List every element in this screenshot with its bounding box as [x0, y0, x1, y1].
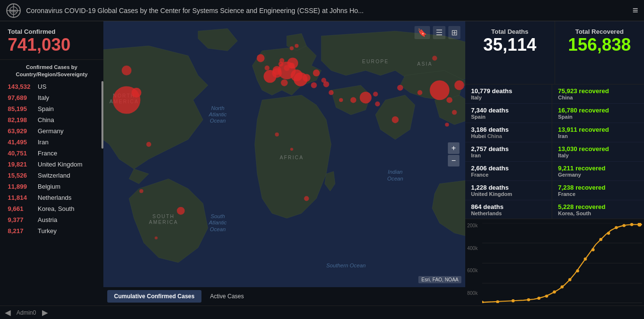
- menu-icon[interactable]: ≡: [632, 5, 638, 16]
- svg-point-98: [637, 223, 642, 226]
- tab-active[interactable]: Active Cases: [203, 290, 251, 303]
- svg-text:ASIA: ASIA: [417, 61, 432, 67]
- footer-username: Admin0: [16, 309, 36, 316]
- recovered-panel: Total Recovered 156,838: [555, 21, 644, 84]
- total-confirmed-section: Total Confirmed 741,030: [0, 21, 103, 60]
- list-item: 10,779 deaths Italy: [465, 84, 552, 104]
- svg-point-47: [146, 142, 151, 147]
- svg-point-90: [576, 269, 579, 272]
- svg-point-87: [553, 291, 556, 293]
- country-list[interactable]: 143,532 US 97,689 Italy 85,195 Spain 82,…: [0, 81, 103, 305]
- map-tabs: Cumulative Confirmed Cases Active Cases: [103, 287, 465, 305]
- zoom-out-button[interactable]: −: [448, 155, 459, 166]
- svg-point-48: [281, 79, 287, 86]
- footer-right-arrow[interactable]: ▶: [42, 308, 48, 317]
- svg-point-55: [373, 92, 378, 97]
- list-item: 5,228 recovered Korea, South: [552, 200, 644, 219]
- svg-point-84: [527, 298, 530, 301]
- list-item: 3,186 deaths Hubei China: [465, 123, 552, 142]
- svg-point-95: [615, 226, 617, 229]
- list-item: 864 deaths Netherlands: [465, 200, 552, 219]
- svg-point-92: [591, 248, 594, 251]
- svg-point-69: [375, 101, 380, 106]
- list-item[interactable]: 11,899 Belgium: [0, 181, 103, 192]
- app-logo: JHU: [6, 3, 21, 18]
- list-item[interactable]: 41,495 Iran: [0, 137, 103, 148]
- left-panel: Total Confirmed 741,030 Confirmed Cases …: [0, 21, 103, 305]
- list-item[interactable]: 63,929 Germany: [0, 125, 103, 137]
- list-item[interactable]: 11,814 Netherlands: [0, 192, 103, 203]
- list-item: 16,780 recovered Spain: [552, 104, 644, 123]
- svg-point-73: [140, 189, 143, 193]
- header: JHU Coronavirus COVID-19 Global Cases by…: [0, 0, 644, 21]
- svg-point-91: [584, 258, 587, 261]
- deaths-number: 35,114: [473, 35, 547, 55]
- list-item[interactable]: 9,377 Austria: [0, 214, 103, 225]
- svg-point-96: [622, 224, 625, 227]
- svg-point-51: [452, 110, 457, 115]
- world-map: North Atlantic Ocean South Atlantic Ocea…: [103, 21, 465, 287]
- svg-point-46: [417, 90, 422, 95]
- svg-text:AMERICA: AMERICA: [149, 220, 178, 225]
- svg-point-61: [272, 66, 281, 75]
- list-item: 1,228 deaths United Kingdom: [465, 181, 552, 200]
- recovered-number: 156,838: [563, 35, 637, 55]
- svg-point-88: [560, 285, 563, 288]
- grid-toolbar-button[interactable]: ⊞: [448, 26, 460, 39]
- list-item[interactable]: 19,821 United Kingdom: [0, 159, 103, 170]
- svg-text:North: North: [211, 105, 224, 111]
- deaths-panel: Total Deaths 35,114: [465, 21, 555, 84]
- svg-text:Ocean: Ocean: [387, 176, 403, 181]
- zoom-in-button[interactable]: +: [448, 142, 459, 154]
- deaths-list: 10,779 deaths Italy 7,340 deaths Spain 3…: [465, 84, 552, 219]
- center-area: North Atlantic Ocean South Atlantic Ocea…: [103, 21, 465, 305]
- svg-text:Southern Ocean: Southern Ocean: [326, 263, 366, 268]
- svg-point-31: [360, 92, 372, 103]
- svg-point-33: [294, 72, 308, 86]
- svg-point-59: [131, 88, 141, 97]
- footer-bar: ◀ Admin0 ▶: [0, 305, 644, 319]
- svg-point-42: [265, 66, 270, 70]
- svg-point-27: [313, 69, 320, 76]
- svg-point-60: [257, 54, 264, 62]
- list-item[interactable]: 85,195 Spain: [0, 103, 103, 114]
- footer-left-arrow[interactable]: ◀: [5, 308, 11, 317]
- country-list-header: Confirmed Cases by Country/Region/Sovere…: [0, 60, 103, 82]
- map-toolbar: 🔖 ☰ ⊞: [415, 26, 460, 39]
- bookmark-toolbar-button[interactable]: 🔖: [415, 26, 430, 39]
- tab-cumulative[interactable]: Cumulative Confirmed Cases: [107, 290, 201, 303]
- svg-point-54: [350, 97, 356, 103]
- list-item: 13,911 recovered Iran: [552, 123, 644, 142]
- list-item[interactable]: 143,532 US: [0, 81, 103, 92]
- list-item[interactable]: 97,689 Italy: [0, 92, 103, 103]
- svg-point-38: [177, 207, 185, 215]
- recovered-label: Total Recovered: [563, 28, 637, 35]
- total-confirmed-label: Total Confirmed: [8, 28, 96, 35]
- map-container[interactable]: North Atlantic Ocean South Atlantic Ocea…: [103, 21, 465, 287]
- list-item[interactable]: 15,526 Switzerland: [0, 170, 103, 181]
- svg-point-62: [284, 65, 289, 71]
- list-item[interactable]: 8,217 Turkey: [0, 225, 103, 236]
- svg-point-89: [568, 278, 571, 281]
- list-item[interactable]: 9,661 Korea, South: [0, 203, 103, 214]
- svg-point-94: [607, 232, 610, 235]
- list-item: 2,757 deaths Iran: [465, 142, 552, 162]
- map-zoom-controls: + −: [448, 142, 459, 166]
- svg-point-64: [279, 58, 284, 63]
- svg-text:SOUTH: SOUTH: [153, 214, 175, 219]
- list-item: 13,030 recovered Italy: [552, 142, 644, 162]
- list-item: 7,340 deaths Spain: [465, 104, 552, 123]
- svg-point-41: [339, 98, 343, 102]
- right-panel: Total Deaths 35,114 Total Recovered 156,…: [465, 21, 644, 305]
- svg-text:EUROPE: EUROPE: [362, 59, 389, 64]
- main-content: Total Confirmed 741,030 Confirmed Cases …: [0, 21, 644, 305]
- svg-point-85: [537, 297, 540, 300]
- svg-point-68: [432, 55, 437, 60]
- list-item[interactable]: 40,751 France: [0, 148, 103, 159]
- total-confirmed-number: 741,030: [8, 35, 96, 55]
- list-item[interactable]: 82,198 China: [0, 114, 103, 125]
- list-toolbar-button[interactable]: ☰: [433, 26, 445, 39]
- deaths-label: Total Deaths: [473, 28, 547, 35]
- svg-point-67: [323, 81, 329, 87]
- svg-point-74: [155, 236, 157, 239]
